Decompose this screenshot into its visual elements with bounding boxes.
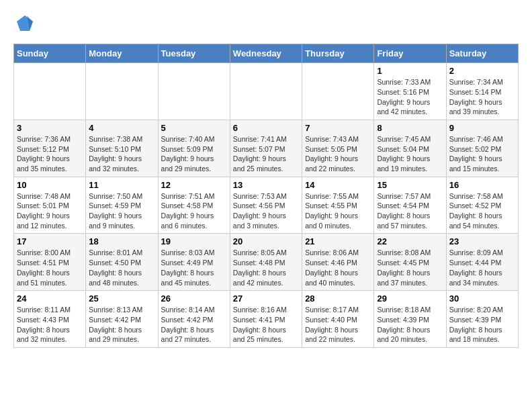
day-number: 20 xyxy=(233,236,299,246)
calendar-week-row: 24Sunrise: 8:11 AM Sunset: 4:43 PM Dayli… xyxy=(14,291,519,348)
calendar-cell: 29Sunrise: 8:18 AM Sunset: 4:39 PM Dayli… xyxy=(374,291,446,348)
day-number: 28 xyxy=(305,293,371,304)
calendar-cell: 20Sunrise: 8:05 AM Sunset: 4:48 PM Dayli… xyxy=(230,234,302,291)
calendar-cell: 19Sunrise: 8:03 AM Sunset: 4:49 PM Dayli… xyxy=(158,234,230,291)
day-number: 3 xyxy=(17,123,83,133)
day-number: 17 xyxy=(17,236,83,246)
day-detail: Sunrise: 8:03 AM Sunset: 4:49 PM Dayligh… xyxy=(161,248,227,287)
day-detail: Sunrise: 8:00 AM Sunset: 4:51 PM Dayligh… xyxy=(17,248,83,287)
calendar-cell: 6Sunrise: 7:41 AM Sunset: 5:07 PM Daylig… xyxy=(230,120,302,177)
weekday-header-sunday: Sunday xyxy=(14,44,86,63)
day-detail: Sunrise: 7:40 AM Sunset: 5:09 PM Dayligh… xyxy=(161,134,227,174)
calendar-cell xyxy=(158,63,230,120)
calendar-cell: 25Sunrise: 8:13 AM Sunset: 4:42 PM Dayli… xyxy=(86,291,158,348)
weekday-header-thursday: Thursday xyxy=(302,44,374,63)
calendar-cell: 17Sunrise: 8:00 AM Sunset: 4:51 PM Dayli… xyxy=(14,234,86,291)
day-detail: Sunrise: 7:38 AM Sunset: 5:10 PM Dayligh… xyxy=(89,134,154,174)
calendar-cell: 26Sunrise: 8:14 AM Sunset: 4:42 PM Dayli… xyxy=(158,291,230,348)
day-detail: Sunrise: 7:45 AM Sunset: 5:04 PM Dayligh… xyxy=(377,134,443,174)
day-detail: Sunrise: 8:18 AM Sunset: 4:39 PM Dayligh… xyxy=(377,305,443,345)
day-detail: Sunrise: 7:55 AM Sunset: 4:55 PM Dayligh… xyxy=(305,191,371,231)
day-detail: Sunrise: 8:11 AM Sunset: 4:43 PM Dayligh… xyxy=(17,305,83,345)
day-number: 6 xyxy=(233,123,299,133)
day-number: 2 xyxy=(449,66,515,76)
calendar-cell: 4Sunrise: 7:38 AM Sunset: 5:10 PM Daylig… xyxy=(86,120,158,177)
day-detail: Sunrise: 7:53 AM Sunset: 4:56 PM Dayligh… xyxy=(233,191,299,231)
day-detail: Sunrise: 8:16 AM Sunset: 4:41 PM Dayligh… xyxy=(233,305,299,345)
weekday-header-saturday: Saturday xyxy=(446,44,518,63)
calendar-cell xyxy=(302,63,374,120)
calendar-cell: 10Sunrise: 7:48 AM Sunset: 5:01 PM Dayli… xyxy=(14,177,86,234)
day-detail: Sunrise: 7:58 AM Sunset: 4:52 PM Dayligh… xyxy=(449,191,515,231)
calendar-cell xyxy=(86,63,158,120)
day-detail: Sunrise: 8:20 AM Sunset: 4:39 PM Dayligh… xyxy=(449,305,515,345)
calendar-header-row: SundayMondayTuesdayWednesdayThursdayFrid… xyxy=(14,44,519,63)
day-detail: Sunrise: 8:08 AM Sunset: 4:45 PM Dayligh… xyxy=(377,248,443,287)
calendar-cell: 15Sunrise: 7:57 AM Sunset: 4:54 PM Dayli… xyxy=(374,177,446,234)
calendar-cell: 22Sunrise: 8:08 AM Sunset: 4:45 PM Dayli… xyxy=(374,234,446,291)
calendar-cell: 16Sunrise: 7:58 AM Sunset: 4:52 PM Dayli… xyxy=(446,177,518,234)
day-detail: Sunrise: 7:41 AM Sunset: 5:07 PM Dayligh… xyxy=(233,134,299,174)
calendar-cell: 13Sunrise: 7:53 AM Sunset: 4:56 PM Dayli… xyxy=(230,177,302,234)
calendar-cell: 9Sunrise: 7:46 AM Sunset: 5:02 PM Daylig… xyxy=(446,120,518,177)
day-detail: Sunrise: 8:06 AM Sunset: 4:46 PM Dayligh… xyxy=(305,248,371,287)
day-number: 27 xyxy=(233,293,299,304)
day-number: 16 xyxy=(449,180,515,190)
day-number: 25 xyxy=(89,293,154,304)
calendar-cell: 11Sunrise: 7:50 AM Sunset: 4:59 PM Dayli… xyxy=(86,177,158,234)
day-number: 11 xyxy=(89,180,154,190)
day-detail: Sunrise: 8:14 AM Sunset: 4:42 PM Dayligh… xyxy=(161,305,227,345)
calendar-week-row: 3Sunrise: 7:36 AM Sunset: 5:12 PM Daylig… xyxy=(14,120,519,177)
calendar-week-row: 10Sunrise: 7:48 AM Sunset: 5:01 PM Dayli… xyxy=(14,177,519,234)
day-detail: Sunrise: 8:09 AM Sunset: 4:44 PM Dayligh… xyxy=(449,248,515,287)
calendar-cell: 7Sunrise: 7:43 AM Sunset: 5:05 PM Daylig… xyxy=(302,120,374,177)
calendar-cell: 12Sunrise: 7:51 AM Sunset: 4:58 PM Dayli… xyxy=(158,177,230,234)
calendar-cell: 23Sunrise: 8:09 AM Sunset: 4:44 PM Dayli… xyxy=(446,234,518,291)
day-number: 10 xyxy=(17,180,83,190)
day-detail: Sunrise: 7:48 AM Sunset: 5:01 PM Dayligh… xyxy=(17,191,83,231)
day-number: 8 xyxy=(377,123,443,133)
weekday-header-wednesday: Wednesday xyxy=(230,44,302,63)
day-detail: Sunrise: 7:57 AM Sunset: 4:54 PM Dayligh… xyxy=(377,191,443,231)
calendar-cell: 8Sunrise: 7:45 AM Sunset: 5:04 PM Daylig… xyxy=(374,120,446,177)
day-detail: Sunrise: 7:51 AM Sunset: 4:58 PM Dayligh… xyxy=(161,191,227,231)
day-number: 18 xyxy=(89,236,154,246)
day-detail: Sunrise: 7:50 AM Sunset: 4:59 PM Dayligh… xyxy=(89,191,154,231)
day-number: 15 xyxy=(377,180,443,190)
day-detail: Sunrise: 8:13 AM Sunset: 4:42 PM Dayligh… xyxy=(89,305,154,345)
day-number: 14 xyxy=(305,180,371,190)
calendar-cell: 28Sunrise: 8:17 AM Sunset: 4:40 PM Dayli… xyxy=(302,291,374,348)
day-detail: Sunrise: 8:17 AM Sunset: 4:40 PM Dayligh… xyxy=(305,305,371,345)
calendar-cell: 2Sunrise: 7:34 AM Sunset: 5:14 PM Daylig… xyxy=(446,63,518,120)
weekday-header-friday: Friday xyxy=(374,44,446,63)
day-number: 21 xyxy=(305,236,371,246)
logo-icon xyxy=(15,13,35,34)
day-detail: Sunrise: 7:46 AM Sunset: 5:02 PM Dayligh… xyxy=(449,134,515,174)
calendar-cell: 30Sunrise: 8:20 AM Sunset: 4:39 PM Dayli… xyxy=(446,291,518,348)
calendar-table: SundayMondayTuesdayWednesdayThursdayFrid… xyxy=(13,44,519,348)
calendar-week-row: 17Sunrise: 8:00 AM Sunset: 4:51 PM Dayli… xyxy=(14,234,519,291)
day-number: 22 xyxy=(377,236,443,246)
calendar-cell: 14Sunrise: 7:55 AM Sunset: 4:55 PM Dayli… xyxy=(302,177,374,234)
weekday-header-tuesday: Tuesday xyxy=(158,44,230,63)
day-number: 12 xyxy=(161,180,227,190)
calendar-cell: 1Sunrise: 7:33 AM Sunset: 5:16 PM Daylig… xyxy=(374,63,446,120)
day-number: 1 xyxy=(377,66,443,76)
day-number: 19 xyxy=(161,236,227,246)
day-number: 4 xyxy=(89,123,154,133)
calendar-cell: 24Sunrise: 8:11 AM Sunset: 4:43 PM Dayli… xyxy=(14,291,86,348)
day-number: 30 xyxy=(449,293,515,304)
logo xyxy=(13,13,35,37)
day-number: 5 xyxy=(161,123,227,133)
day-detail: Sunrise: 8:01 AM Sunset: 4:50 PM Dayligh… xyxy=(89,248,154,287)
day-detail: Sunrise: 7:34 AM Sunset: 5:14 PM Dayligh… xyxy=(449,77,515,117)
day-detail: Sunrise: 7:33 AM Sunset: 5:16 PM Dayligh… xyxy=(377,77,443,117)
day-number: 24 xyxy=(17,293,83,304)
day-number: 13 xyxy=(233,180,299,190)
calendar-cell: 21Sunrise: 8:06 AM Sunset: 4:46 PM Dayli… xyxy=(302,234,374,291)
page-header xyxy=(13,13,519,37)
calendar-cell: 27Sunrise: 8:16 AM Sunset: 4:41 PM Dayli… xyxy=(230,291,302,348)
day-number: 23 xyxy=(449,236,515,246)
day-number: 7 xyxy=(305,123,371,133)
day-number: 26 xyxy=(161,293,227,304)
